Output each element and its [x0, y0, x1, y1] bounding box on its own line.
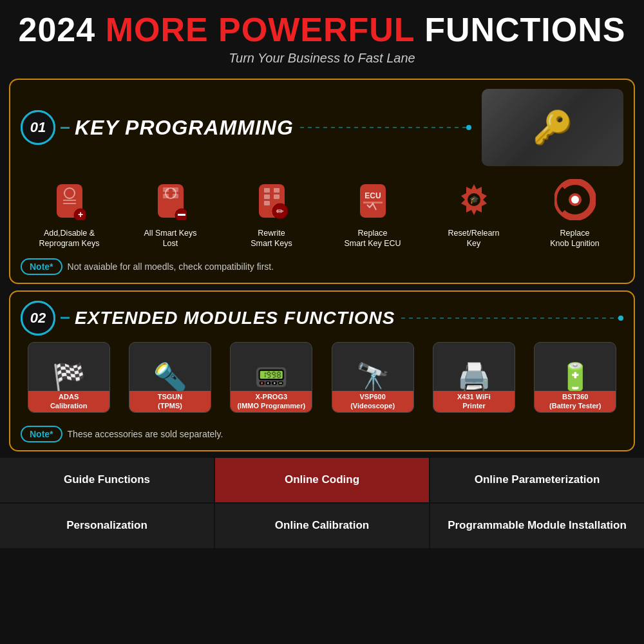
section1-note-text: Not avaiable for all moedls, check compa…: [68, 261, 274, 272]
section2-note-badge: Note*: [21, 426, 62, 442]
section2-number: 02: [21, 301, 55, 336]
svg-rect-18: [274, 194, 279, 199]
keyfob-plus-icon: +: [53, 179, 86, 220]
module-vsp600-bar: VSP600(Videoscope): [332, 391, 413, 412]
features-grid: + Add,Disable &Reprogram Keys All Sm: [21, 176, 623, 249]
module-xprog3: 📟 X-PROG3(IMMO Programmer): [226, 342, 316, 417]
bottom-cell-online-calib: Online Calibration: [215, 504, 429, 548]
section1-note: Note* Not avaiable for all moedls, check…: [21, 258, 623, 275]
module-adas-bar: ADASCalibration: [28, 391, 109, 412]
circle-knob-icon: [554, 179, 596, 220]
svg-rect-16: [274, 188, 279, 193]
svg-point-29: [571, 196, 579, 204]
section1-note-badge: Note*: [21, 258, 62, 275]
bottom-grid: Guide Functions Online Coding Online Par…: [0, 458, 644, 548]
feature-replace-ecu-label: ReplaceSmart Key ECU: [344, 228, 401, 249]
svg-text:ECU: ECU: [365, 191, 381, 200]
feature-add-keys: + Add,Disable &Reprogram Keys: [28, 176, 111, 249]
modules-grid: 🏁 ADASCalibration 🔦 TSGUN(TPMS) 📟 X-PROG…: [21, 342, 623, 417]
feature-reset-key-label: Reset/RelearnKey: [448, 228, 500, 249]
feature-rewrite-keys-label: RewriteSmart Keys: [251, 228, 292, 249]
module-bst360: 🔋 BST360(Battery Tester): [530, 342, 620, 417]
title-prefix: 2024: [19, 11, 96, 48]
svg-rect-3: [63, 203, 76, 204]
svg-rect-8: [163, 187, 169, 192]
svg-text:✏: ✏: [276, 206, 284, 216]
module-tsgun-bar: TSGUN(TPMS): [129, 391, 211, 412]
extended-modules-section: 02 EXTENDED MODULES FUNCTIONS 🏁 ADASCali…: [9, 290, 635, 451]
svg-rect-2: [63, 200, 76, 201]
module-x431-printer-bar: X431 WiFiPrinter: [433, 391, 515, 412]
gear-key-icon: 🎓: [453, 179, 495, 220]
feature-reset-key: 🎓 Reset/RelearnKey: [432, 176, 516, 249]
section2-title: EXTENDED MODULES FUNCTIONS: [75, 308, 395, 328]
feature-replace-knob-label: ReplaceKnob Lgnition: [550, 228, 599, 249]
keyfob-minus-icon: [155, 179, 187, 220]
module-xprog3-bar: X-PROG3(IMMO Programmer): [231, 391, 312, 412]
feature-all-keys-lost: All Smart KeysLost: [129, 176, 213, 249]
section2-note: Note* These accessories are sold separat…: [21, 426, 623, 442]
feature-rewrite-keys: ✏ RewriteSmart Keys: [230, 176, 314, 249]
title-suffix: FUNCTIONS: [424, 11, 625, 48]
feature-replace-ecu: ECU ReplaceSmart Key ECU: [331, 176, 415, 249]
bottom-cell-online-coding: Online Coding: [215, 458, 429, 502]
feature-replace-knob: ReplaceKnob Lgnition: [533, 176, 617, 249]
bottom-cell-personalization: Personalization: [0, 504, 214, 548]
feature-all-keys-lost-label: All Smart KeysLost: [144, 228, 197, 249]
module-x431-printer: 🖨️ X431 WiFiPrinter: [429, 342, 519, 417]
svg-rect-15: [264, 188, 270, 193]
module-adas: 🏁 ADASCalibration: [24, 342, 114, 417]
keyfob-edit-icon: ✏: [256, 179, 288, 220]
svg-rect-22: [360, 184, 386, 218]
svg-rect-10: [163, 194, 169, 198]
feature-add-keys-label: Add,Disable &Reprogram Keys: [39, 228, 100, 249]
key-photo: 🔑: [482, 89, 623, 166]
svg-text:+: +: [77, 209, 82, 220]
svg-rect-13: [178, 214, 185, 216]
main-title: 2024 MORE POWERFUL FUNCTIONS: [6, 12, 638, 48]
section2-note-text: These accessories are sold separately.: [68, 429, 223, 439]
module-vsp600: 🔭 VSP600(Videoscope): [328, 342, 418, 417]
svg-rect-11: [173, 194, 178, 198]
module-tsgun: 🔦 TSGUN(TPMS): [125, 342, 215, 417]
svg-rect-9: [173, 187, 178, 192]
bottom-cell-guide: Guide Functions: [0, 458, 214, 502]
header-subtitle: Turn Your Business to Fast Lane: [6, 51, 638, 66]
bottom-cell-online-param: Online Parameterization: [430, 458, 644, 502]
svg-text:🎓: 🎓: [469, 194, 478, 204]
svg-rect-19: [264, 201, 270, 205]
bottom-cell-programmable: Programmable Module Installation: [430, 504, 644, 548]
page-header: 2024 MORE POWERFUL FUNCTIONS Turn Your B…: [0, 0, 644, 72]
module-bst360-bar: BST360(Battery Tester): [535, 391, 616, 412]
section1-title: KEY PROGRAMMING: [75, 116, 294, 140]
title-red: MORE POWERFUL: [106, 11, 415, 48]
svg-rect-17: [264, 194, 270, 199]
key-programming-section: 01 KEY PROGRAMMING 🔑 +: [9, 79, 635, 284]
section1-number: 01: [21, 110, 55, 145]
keyfob-ecu-icon: ECU: [357, 179, 389, 220]
